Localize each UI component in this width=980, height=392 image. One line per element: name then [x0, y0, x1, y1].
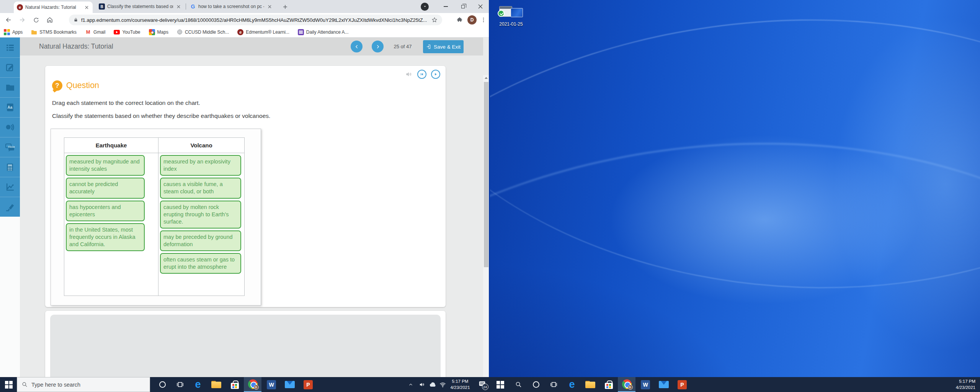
volume-button[interactable]: [416, 377, 427, 392]
onedrive-button[interactable]: [427, 377, 438, 392]
tab-search-button[interactable]: [421, 3, 429, 11]
bookmark-ccusd[interactable]: CCUSD Middle Sch...: [177, 29, 229, 35]
statement-tile[interactable]: measured by an explosivity index: [160, 155, 241, 176]
search-input[interactable]: [31, 382, 139, 388]
dictionary-aa-label: Aa: [8, 105, 13, 109]
restart-audio-button[interactable]: [417, 70, 426, 79]
sidebar-item-resources[interactable]: [0, 77, 20, 97]
statement-tile[interactable]: in the United States, most frequently oc…: [66, 223, 145, 251]
powerpoint-taskbar-button[interactable]: P: [300, 377, 317, 392]
speaker-icon: [419, 382, 425, 387]
sidebar-item-translate[interactable]: Hola: [0, 137, 20, 157]
statement-tile[interactable]: causes a visible fume, a steam cloud, or…: [160, 178, 241, 198]
scroll-up-icon[interactable]: [483, 75, 489, 81]
task-view-button-2[interactable]: [545, 377, 562, 392]
restore-button[interactable]: [454, 0, 472, 13]
tab-classify-statements[interactable]: B Classify the statements based on: [96, 0, 185, 13]
close-tab-icon[interactable]: [266, 3, 273, 10]
word-taskbar-button-2[interactable]: W: [637, 377, 654, 392]
speaker-muted-icon[interactable]: [405, 71, 413, 78]
statement-tile[interactable]: may be preceded by ground deformation: [160, 230, 241, 251]
extensions-icon[interactable]: [457, 16, 464, 23]
previous-page-button[interactable]: [351, 41, 363, 52]
cortana-button[interactable]: [154, 377, 171, 392]
scrollbar-thumb[interactable]: [484, 82, 488, 267]
play-audio-button[interactable]: [431, 70, 440, 79]
bookmark-attendance[interactable]: Daily Attendance A...: [298, 29, 349, 35]
sidebar-item-graph[interactable]: [0, 177, 20, 197]
tray-chevron-button[interactable]: [405, 377, 416, 392]
bookmark-apps[interactable]: Apps: [4, 29, 23, 35]
address-bar[interactable]: f1.app.edmentum.com/courseware-delivery/…: [69, 15, 442, 25]
file-explorer-button[interactable]: [208, 377, 225, 392]
table-header-row: Earthquake Volcano: [64, 138, 244, 153]
store-button[interactable]: [226, 377, 243, 392]
edge-taskbar-button-2[interactable]: e: [564, 377, 580, 392]
statement-tile[interactable]: cannot be predicted accurately: [66, 178, 145, 198]
earthquake-drop-zone[interactable]: measured by magnitude and intensity scal…: [64, 153, 158, 296]
file-explorer-icon: [211, 381, 221, 388]
bookmark-stms[interactable]: STMS Bookmarks: [31, 29, 77, 35]
file-explorer-button-2[interactable]: [582, 377, 599, 392]
taskbar-search-box[interactable]: [17, 377, 150, 392]
home-icon[interactable]: [44, 15, 55, 25]
sidebar-item-calculator[interactable]: [0, 157, 20, 177]
action-center-button[interactable]: 24: [475, 377, 489, 392]
edge-taskbar-button[interactable]: e: [189, 377, 206, 392]
page-scrollbar[interactable]: [483, 75, 489, 377]
search-icon: [515, 381, 522, 388]
mail-taskbar-button[interactable]: [281, 377, 298, 392]
close-tab-icon[interactable]: [175, 3, 181, 10]
chrome-taskbar-button-active[interactable]: D: [244, 377, 261, 392]
sidebar-item-text-to-speech[interactable]: [0, 117, 20, 137]
desktop-file-icon[interactable]: 2021-01-25: [495, 5, 528, 27]
sidebar-item-highlighter[interactable]: [0, 197, 20, 217]
next-page-button[interactable]: [372, 41, 384, 52]
word-taskbar-button[interactable]: W: [263, 377, 280, 392]
close-window-button[interactable]: [472, 0, 489, 13]
powerpoint-taskbar-button-2[interactable]: P: [674, 377, 691, 392]
menu-kebab-icon[interactable]: [480, 17, 487, 23]
volcano-drop-zone[interactable]: measured by an explosivity index causes …: [158, 153, 244, 296]
chrome-taskbar-button-active-2[interactable]: D: [618, 377, 635, 392]
search-button-2[interactable]: [510, 377, 527, 392]
mail-taskbar-button-2[interactable]: [655, 377, 672, 392]
bookmark-edmentum[interactable]: e Edmentum® Learni...: [237, 29, 289, 35]
exit-icon: [426, 44, 431, 49]
start-button[interactable]: [0, 377, 18, 392]
forward-icon[interactable]: [17, 15, 28, 25]
clock[interactable]: 5:17 PM 4/23/2021: [445, 377, 475, 392]
sidebar-item-dictionary[interactable]: Aa: [0, 97, 20, 117]
of-label: of: [401, 44, 405, 49]
close-tab-icon[interactable]: [83, 4, 90, 10]
statement-tile[interactable]: caused by molten rock erupting through t…: [160, 201, 241, 229]
reload-icon[interactable]: [31, 15, 41, 25]
statement-tile[interactable]: often causes steam or gas to erupt into …: [160, 253, 241, 274]
toolbar-right-cluster: D: [457, 13, 487, 27]
edmentum-icon: e: [237, 29, 243, 35]
profile-avatar[interactable]: D: [467, 15, 477, 24]
clock-2[interactable]: 5:17 PM 4/23/2021: [946, 377, 978, 392]
statement-tile[interactable]: measured by magnitude and intensity scal…: [66, 155, 145, 176]
sidebar-item-notes[interactable]: [0, 57, 20, 77]
back-icon[interactable]: [3, 15, 14, 25]
minimize-button[interactable]: [437, 0, 454, 13]
bookmark-gmail[interactable]: M Gmail: [85, 29, 105, 35]
task-view-button[interactable]: [172, 377, 188, 392]
tab-screenshot-search[interactable]: G how to take a screenshot on pc -: [187, 0, 276, 13]
cortana-button-2[interactable]: [528, 377, 544, 392]
bookmark-maps[interactable]: Maps: [149, 29, 168, 35]
new-tab-button[interactable]: [281, 3, 289, 11]
bookmark-star-icon[interactable]: [431, 17, 438, 23]
profile-badge: D: [628, 385, 633, 390]
start-button-2[interactable]: [492, 377, 509, 392]
windows-logo-icon: [497, 381, 504, 389]
sidebar-item-menu[interactable]: [0, 38, 20, 57]
statement-tile[interactable]: has hypocenters and epicenters: [66, 201, 145, 221]
url-text: f1.app.edmentum.com/courseware-delivery/…: [81, 17, 428, 23]
tab-natural-hazards[interactable]: e Natural Hazards: Tutorial: [14, 2, 93, 13]
store-button-2[interactable]: [600, 377, 617, 392]
bookmark-youtube[interactable]: YouTube: [114, 29, 140, 35]
lock-icon: [74, 17, 78, 23]
save-exit-button[interactable]: Save & Exit: [423, 40, 464, 53]
